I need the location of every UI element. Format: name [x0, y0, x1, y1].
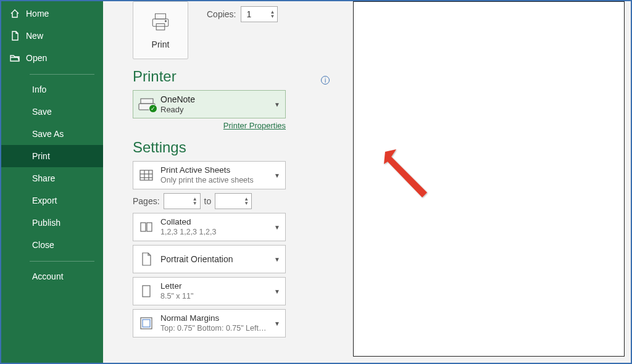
sidebar-item-publish[interactable]: Publish	[1, 212, 103, 234]
print-button-label: Print	[152, 39, 170, 49]
folder-open-icon	[10, 53, 20, 63]
sidebar-label-home: Home	[26, 9, 49, 19]
printer-icon	[150, 11, 171, 35]
caret-down-icon: ▼	[274, 172, 280, 179]
svg-rect-15	[143, 320, 150, 327]
orientation-dropdown[interactable]: Portrait Orientation ▼	[133, 245, 286, 273]
sidebar-item-info[interactable]: Info	[1, 78, 103, 101]
margins-dropdown[interactable]: Normal Margins Top: 0.75" Bottom: 0.75" …	[133, 309, 286, 337]
sidebar-item-home[interactable]: Home	[1, 2, 103, 25]
caret-down-icon: ▼	[274, 101, 280, 108]
sidebar-item-open[interactable]: Open	[1, 47, 103, 69]
copies-control: Copies: 1 ▲▼	[207, 1, 278, 22]
backstage-sidebar: Home New Open Info Save Save As Print Sh…	[1, 1, 103, 363]
caret-down-icon: ▼	[274, 224, 280, 231]
sidebar-item-close[interactable]: Close	[1, 234, 103, 256]
sidebar-label-new: New	[26, 31, 43, 41]
print-backstage: Print Copies: 1 ▲▼ Printer i ✓	[103, 1, 631, 363]
print-what-line1: Print Active Sheets	[160, 165, 268, 175]
paper-line1: Letter	[160, 281, 268, 291]
portrait-icon	[138, 251, 154, 267]
collated-line2: 1,2,3 1,2,3 1,2,3	[160, 228, 268, 237]
sidebar-label-publish: Publish	[32, 218, 60, 228]
svg-rect-0	[156, 14, 166, 19]
svg-rect-1	[152, 19, 168, 27]
print-preview	[341, 1, 631, 363]
settings-section-title: Settings	[133, 139, 330, 156]
orientation-line1: Portrait Orientation	[160, 254, 268, 265]
printer-status: Ready	[160, 105, 269, 115]
sidebar-label-close: Close	[32, 240, 54, 250]
sidebar-label-save: Save	[32, 107, 52, 117]
printer-dropdown[interactable]: ✓ OneNote Ready ▼	[133, 90, 286, 118]
sidebar-label-share: Share	[32, 173, 55, 183]
print-what-line2: Only print the active sheets	[160, 176, 268, 185]
print-button[interactable]: Print	[133, 1, 188, 59]
caret-down-icon: ▼	[274, 320, 280, 327]
paper-line2: 8.5" x 11"	[160, 292, 268, 301]
home-icon	[10, 9, 20, 19]
collated-line1: Collated	[160, 217, 268, 227]
sidebar-item-export[interactable]: Export	[1, 189, 103, 212]
paper-size-dropdown[interactable]: Letter 8.5" x 11" ▼	[133, 277, 286, 305]
svg-rect-4	[141, 99, 153, 104]
copies-spinner[interactable]: 1 ▲▼	[241, 6, 278, 22]
sidebar-label-open: Open	[26, 53, 47, 63]
copies-value: 1	[246, 9, 251, 19]
sidebar-label-info: Info	[32, 85, 46, 94]
caret-down-icon: ▼	[274, 288, 280, 295]
preview-page	[353, 1, 625, 357]
pages-label: Pages:	[133, 196, 160, 206]
pages-to-word: to	[204, 196, 212, 206]
margins-line1: Normal Margins	[160, 313, 268, 323]
sidebar-item-save[interactable]: Save	[1, 101, 103, 123]
page-icon	[138, 283, 154, 299]
sidebar-item-share[interactable]: Share	[1, 167, 103, 189]
check-icon: ✓	[149, 104, 157, 113]
print-what-dropdown[interactable]: Print Active Sheets Only print the activ…	[133, 161, 286, 189]
pages-to-spinner[interactable]: ▲▼	[215, 193, 252, 209]
svg-point-3	[165, 20, 166, 22]
margins-icon	[138, 315, 154, 331]
svg-rect-13	[143, 286, 150, 297]
printer-section-title: Printer	[133, 68, 177, 85]
new-doc-icon	[10, 31, 20, 41]
printer-name: OneNote	[160, 94, 269, 105]
chevron-down-icon[interactable]: ▼	[244, 201, 249, 205]
info-icon[interactable]: i	[321, 76, 330, 85]
chevron-down-icon[interactable]: ▼	[193, 201, 198, 205]
svg-rect-2	[156, 23, 165, 30]
print-settings-panel: Print Copies: 1 ▲▼ Printer i ✓	[103, 1, 341, 363]
sidebar-label-export: Export	[32, 196, 57, 205]
svg-rect-6	[140, 170, 152, 180]
sheets-icon	[138, 167, 154, 183]
printer-properties-link[interactable]: Printer Properties	[133, 121, 286, 130]
sidebar-divider	[30, 74, 94, 75]
sidebar-label-account: Account	[32, 271, 64, 281]
svg-rect-11	[141, 223, 146, 231]
collate-icon	[138, 219, 154, 235]
pages-row: Pages: ▲▼ to ▲▼	[133, 193, 286, 209]
sidebar-item-saveas[interactable]: Save As	[1, 123, 103, 145]
sidebar-item-print[interactable]: Print	[1, 145, 103, 167]
chevron-down-icon[interactable]: ▼	[270, 14, 275, 19]
sidebar-item-new[interactable]: New	[1, 25, 103, 47]
sidebar-divider-2	[30, 261, 94, 262]
sidebar-label-print: Print	[32, 151, 50, 161]
sidebar-label-saveas: Save As	[32, 129, 64, 139]
printer-status-icon: ✓	[138, 97, 156, 111]
margins-line2: Top: 0.75" Bottom: 0.75" Left:…	[160, 324, 268, 333]
pages-from-spinner[interactable]: ▲▼	[164, 193, 201, 209]
spinner-arrows: ▲▼	[270, 10, 275, 19]
caret-down-icon: ▼	[274, 256, 280, 263]
sidebar-item-account[interactable]: Account	[1, 265, 103, 287]
collated-dropdown[interactable]: Collated 1,2,3 1,2,3 1,2,3 ▼	[133, 213, 286, 241]
svg-rect-12	[147, 223, 152, 231]
copies-label: Copies:	[207, 9, 236, 19]
